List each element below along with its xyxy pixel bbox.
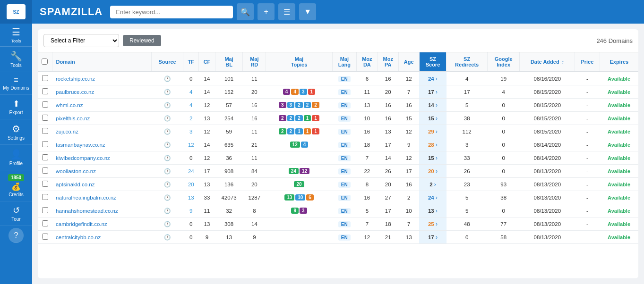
moz-da-cell: 22 — [357, 165, 378, 178]
cf-cell: 33 — [199, 191, 215, 204]
age-cell: 12 — [398, 72, 419, 85]
age-cell: 12 — [398, 125, 419, 138]
score-expand-icon[interactable]: › — [436, 142, 438, 148]
credits-icon: 💰 — [11, 182, 21, 191]
tf-cell: 13 — [183, 191, 199, 204]
row-checkbox[interactable] — [42, 181, 48, 187]
score-expand-icon[interactable]: › — [436, 194, 438, 201]
maj-lang-cell: EN — [332, 231, 357, 244]
sz-redirects-cell: 5 — [447, 99, 487, 112]
tf-cell: 12 — [183, 138, 199, 151]
row-checkbox-cell — [38, 72, 52, 85]
score-expand-icon[interactable]: › — [436, 102, 438, 109]
reviewed-button[interactable]: Reviewed — [123, 35, 161, 46]
score-expand-icon[interactable]: › — [434, 181, 436, 188]
tf-cell: 0 — [183, 217, 199, 231]
search-input[interactable] — [110, 6, 233, 18]
cf-cell: 14 — [199, 138, 215, 151]
sidebar-item-menu[interactable]: ☰ Tools — [0, 24, 32, 47]
domain-cell[interactable]: woollaston.co.nz — [52, 165, 151, 178]
domain-cell[interactable]: rocketship.co.nz — [52, 72, 151, 85]
google-index-cell: 4 — [487, 85, 520, 99]
sidebar-item-profile[interactable]: 👤 Profile — [0, 145, 32, 170]
sz-score-cell: 24 › — [419, 191, 447, 204]
expires-cell: Available — [600, 191, 638, 204]
price-cell: - — [575, 191, 600, 204]
table-body: rocketship.co.nz 🕐 0 14 101 11 EN 6 16 1… — [38, 72, 638, 244]
sz-redirects-cell: 38 — [447, 112, 487, 125]
row-checkbox[interactable] — [42, 128, 48, 134]
sidebar-item-help[interactable]: ? — [9, 228, 24, 243]
google-index-cell: 77 — [487, 217, 520, 231]
row-checkbox[interactable] — [42, 194, 48, 200]
tools-icon: 🔧 — [10, 50, 22, 62]
domain-cell[interactable]: aptsinakld.co.nz — [52, 178, 151, 191]
price-cell: - — [575, 178, 600, 191]
row-checkbox[interactable] — [42, 154, 48, 160]
search-button[interactable]: 🔍 — [237, 3, 254, 20]
row-checkbox[interactable] — [42, 167, 48, 174]
row-checkbox[interactable] — [42, 141, 48, 147]
date-added-cell: 08/13/2020 — [520, 204, 575, 217]
moz-da-cell: 16 — [357, 191, 378, 204]
maj-bl-cell: 13 — [215, 231, 242, 244]
list-button[interactable]: ☰ — [278, 3, 295, 20]
maj-lang-cell: EN — [332, 178, 357, 191]
moz-da-cell: 16 — [357, 125, 378, 138]
maj-bl-cell: 308 — [215, 217, 242, 231]
score-expand-icon[interactable]: › — [436, 221, 438, 227]
tf-cell: 2 — [183, 112, 199, 125]
domain-cell[interactable]: whml.co.nz — [52, 99, 151, 112]
col-expires: Expires — [600, 52, 638, 72]
row-checkbox-cell — [38, 151, 52, 165]
filter-button[interactable]: ▼ — [299, 3, 316, 20]
filter-select[interactable]: Select a Filter — [43, 34, 119, 47]
row-checkbox[interactable] — [42, 101, 48, 108]
sidebar-item-settings[interactable]: ⚙ Settings — [0, 119, 32, 145]
my-domains-label: My Domains — [3, 85, 29, 91]
row-checkbox[interactable] — [42, 220, 48, 226]
row-checkbox[interactable] — [42, 75, 48, 81]
domain-cell[interactable]: naturalhealingbalm.co.nz — [52, 191, 151, 204]
domain-cell[interactable]: zuji.co.nz — [52, 125, 151, 138]
domain-cell[interactable]: cambridgefindit.co.nz — [52, 217, 151, 231]
tf-cell: 0 — [183, 151, 199, 165]
table-row: zuji.co.nz 🕐 3 12 59 11 22111 EN 16 13 1… — [38, 125, 638, 138]
sz-score-cell: 28 › — [419, 138, 447, 151]
sidebar-item-export[interactable]: ⬆ Export — [0, 95, 32, 119]
sidebar-item-my-domains[interactable]: ≡ My Domains — [0, 72, 32, 95]
domain-cell[interactable]: tasmanbaynav.co.nz — [52, 138, 151, 151]
domain-cell[interactable]: pixelthis.co.nz — [52, 112, 151, 125]
row-checkbox-cell — [38, 231, 52, 244]
sidebar-item-credits[interactable]: 1850 💰 Credits — [0, 170, 32, 201]
sidebar-item-tour[interactable]: ↺ Tour — [0, 201, 32, 226]
help-icon: ? — [14, 231, 18, 240]
add-button[interactable]: + — [258, 3, 275, 20]
row-checkbox[interactable] — [42, 115, 48, 121]
date-added-cell: 08/14/2020 — [520, 151, 575, 165]
score-expand-icon[interactable]: › — [436, 208, 438, 214]
price-cell: - — [575, 99, 600, 112]
row-checkbox[interactable] — [42, 234, 48, 240]
domain-cell[interactable]: paulbruce.co.nz — [52, 85, 151, 99]
score-expand-icon[interactable]: › — [436, 75, 438, 82]
score-expand-icon[interactable]: › — [436, 115, 438, 122]
score-expand-icon[interactable]: › — [436, 89, 438, 95]
row-checkbox[interactable] — [42, 207, 48, 213]
sz-redirects-cell: 5 — [447, 191, 487, 204]
score-expand-icon[interactable]: › — [436, 155, 438, 161]
row-checkbox[interactable] — [42, 88, 48, 94]
price-cell: - — [575, 151, 600, 165]
score-expand-icon[interactable]: › — [436, 128, 438, 135]
expires-cell: Available — [600, 217, 638, 231]
domain-cell[interactable]: hannahshomestead.co.nz — [52, 204, 151, 217]
select-all-checkbox[interactable] — [42, 58, 48, 65]
score-expand-icon[interactable]: › — [436, 234, 438, 241]
domain-cell[interactable]: centralcitybb.co.nz — [52, 231, 151, 244]
expires-cell: Available — [600, 112, 638, 125]
domain-cell[interactable]: kiwibedcompany.co.nz — [52, 151, 151, 165]
moz-pa-cell: 13 — [378, 125, 398, 138]
sidebar-item-tools[interactable]: 🔧 Tools — [0, 47, 32, 72]
table-row: naturalhealingbalm.co.nz 🕐 13 33 42073 1… — [38, 191, 638, 204]
score-expand-icon[interactable]: › — [436, 168, 438, 175]
